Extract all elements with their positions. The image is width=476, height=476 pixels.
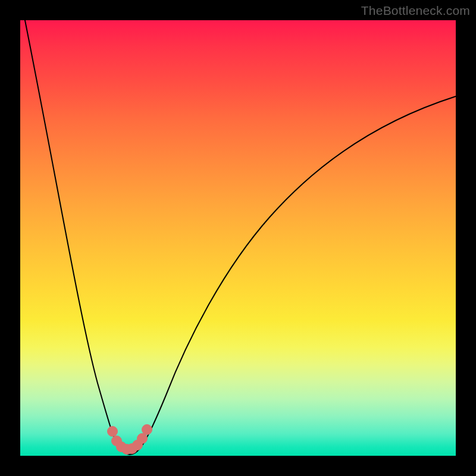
highlight-marker (108, 427, 118, 437)
highlight-markers-group (108, 425, 152, 455)
bottleneck-curve (22, 20, 456, 455)
highlight-marker (142, 425, 152, 435)
chart-frame (20, 20, 456, 456)
watermark-text: TheBottleneck.com (361, 4, 470, 18)
chart-svg (20, 20, 456, 456)
highlight-marker (137, 434, 148, 444)
